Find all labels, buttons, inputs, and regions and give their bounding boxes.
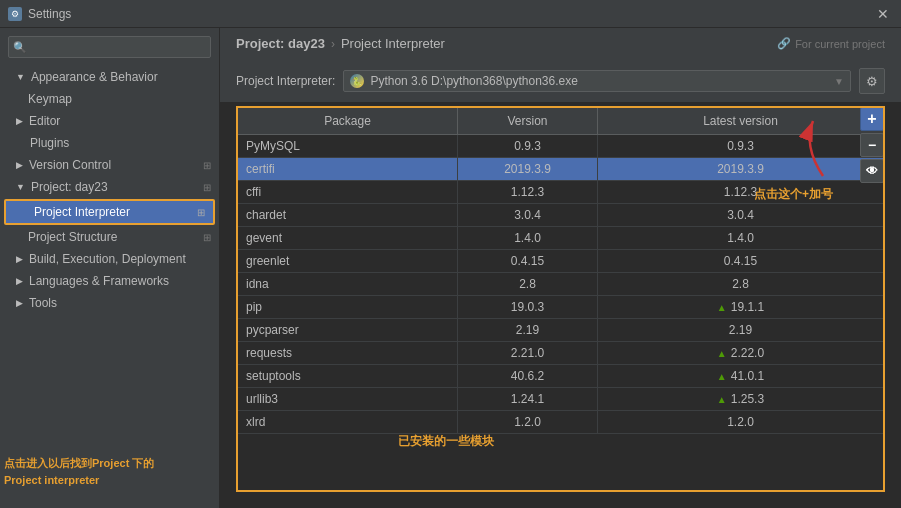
chevron-down-icon: ▼ — [16, 182, 25, 192]
sidebar-item-editor[interactable]: ▶ Editor — [0, 110, 219, 132]
table-row[interactable]: setuptools40.6.2▲ 41.0.1 — [238, 365, 883, 388]
package-version: 2019.3.9 — [458, 158, 598, 180]
package-version: 1.12.3 — [458, 181, 598, 203]
package-name: urllib3 — [238, 388, 458, 410]
vcs-icon: ⊞ — [203, 160, 211, 171]
package-name: setuptools — [238, 365, 458, 387]
package-version: 1.4.0 — [458, 227, 598, 249]
right-annotation-text: 点击这个+加号 — [754, 186, 833, 203]
interpreter-row: Project Interpreter: 🐍 Python 3.6 D:\pyt… — [220, 60, 901, 102]
package-name: chardet — [238, 204, 458, 226]
table-row[interactable]: pip19.0.3▲ 19.1.1 — [238, 296, 883, 319]
package-name: PyMySQL — [238, 135, 458, 157]
interpreter-dropdown[interactable]: 🐍 Python 3.6 D:\python368\python36.exe ▼ — [343, 70, 851, 92]
package-latest: 1.4.0 — [598, 227, 883, 249]
sidebar-item-languages[interactable]: ▶ Languages & Frameworks — [0, 270, 219, 292]
add-package-button[interactable]: + — [860, 107, 884, 131]
table-row[interactable]: greenlet0.4.150.4.15 — [238, 250, 883, 273]
package-latest: 2.19 — [598, 319, 883, 341]
package-name: idna — [238, 273, 458, 295]
breadcrumb-note: 🔗 For current project — [777, 37, 885, 50]
project-icon: ⊞ — [203, 182, 211, 193]
breadcrumb-current: Project Interpreter — [341, 36, 445, 51]
package-name: pycparser — [238, 319, 458, 341]
column-header-version: Version — [458, 108, 598, 134]
column-header-latest: Latest version — [598, 108, 883, 134]
structure-icon: ⊞ — [203, 232, 211, 243]
titlebar-title: Settings — [28, 7, 71, 21]
package-latest: ▲ 41.0.1 — [598, 365, 883, 387]
sidebar-item-build[interactable]: ▶ Build, Execution, Deployment — [0, 248, 219, 270]
package-latest: 0.4.15 — [598, 250, 883, 272]
upgrade-arrow-icon: ▲ — [717, 348, 727, 359]
package-name: requests — [238, 342, 458, 364]
link-icon: 🔗 — [777, 37, 791, 50]
interpreter-icon: ⊞ — [197, 207, 205, 218]
sidebar-item-project-structure[interactable]: Project Structure ⊞ — [0, 226, 219, 248]
upgrade-arrow-icon: ▲ — [717, 302, 727, 313]
sidebar-item-label: Plugins — [16, 136, 69, 150]
chevron-right-icon: ▶ — [16, 276, 23, 286]
sidebar-item-project-interpreter[interactable]: Project Interpreter ⊞ — [4, 199, 215, 225]
sidebar-item-label: Build, Execution, Deployment — [29, 252, 186, 266]
table-row[interactable]: gevent1.4.01.4.0 — [238, 227, 883, 250]
sidebar-item-keymap[interactable]: Keymap — [0, 88, 219, 110]
package-version: 2.8 — [458, 273, 598, 295]
interpreter-value: Python 3.6 D:\python368\python36.exe — [370, 74, 578, 88]
table-row[interactable]: chardet3.0.43.0.4 — [238, 204, 883, 227]
package-name: greenlet — [238, 250, 458, 272]
package-latest: ▲ 1.25.3 — [598, 388, 883, 410]
package-latest: ▲ 2.22.0 — [598, 342, 883, 364]
sidebar-item-label: Project Interpreter — [34, 205, 130, 219]
python-icon: 🐍 — [350, 74, 364, 88]
table-actions: + − 👁 — [860, 107, 884, 183]
remove-package-button[interactable]: − — [860, 133, 884, 157]
package-version: 2.21.0 — [458, 342, 598, 364]
sidebar-item-label: Project: day23 — [31, 180, 108, 194]
table-row[interactable]: urllib31.24.1▲ 1.25.3 — [238, 388, 883, 411]
table-row[interactable]: xlrd1.2.01.2.0 — [238, 411, 883, 434]
package-latest: 0.9.3 — [598, 135, 883, 157]
package-name: certifi — [238, 158, 458, 180]
breadcrumb-separator: › — [331, 37, 335, 51]
packages-table-area: Package Version Latest version PyMySQL0.… — [236, 106, 885, 492]
interpreter-label: Project Interpreter: — [236, 74, 335, 88]
sidebar-item-version-control[interactable]: ▶ Version Control ⊞ — [0, 154, 219, 176]
table-row[interactable]: requests2.21.0▲ 2.22.0 — [238, 342, 883, 365]
chevron-right-icon: ▶ — [16, 160, 23, 170]
package-latest: 1.2.0 — [598, 411, 883, 433]
installed-annotation: 已安装的一些模块 — [398, 433, 494, 450]
chevron-right-icon: ▶ — [16, 116, 23, 126]
package-name: xlrd — [238, 411, 458, 433]
search-box: 🔍 — [8, 36, 211, 58]
close-button[interactable]: ✕ — [873, 4, 893, 24]
titlebar-left: ⚙ Settings — [8, 7, 71, 21]
package-latest: 2.8 — [598, 273, 883, 295]
sidebar-item-appearance[interactable]: ▼ Appearance & Behavior — [0, 66, 219, 88]
interpreter-settings-button[interactable]: ⚙ — [859, 68, 885, 94]
chevron-down-icon: ▼ — [16, 72, 25, 82]
upgrade-arrow-icon: ▲ — [717, 371, 727, 382]
titlebar: ⚙ Settings ✕ — [0, 0, 901, 28]
package-latest: ▲ 19.1.1 — [598, 296, 883, 318]
sidebar-item-project-day23[interactable]: ▼ Project: day23 ⊞ — [0, 176, 219, 198]
settings-icon: ⚙ — [8, 7, 22, 21]
chevron-right-icon: ▶ — [16, 254, 23, 264]
sidebar-item-label: Tools — [29, 296, 57, 310]
package-name: cffi — [238, 181, 458, 203]
sidebar-item-label: Keymap — [28, 92, 72, 106]
show-packages-button[interactable]: 👁 — [860, 159, 884, 183]
sidebar-item-plugins[interactable]: Plugins — [0, 132, 219, 154]
right-annotation: 点击这个+加号 — [753, 116, 833, 203]
package-version: 19.0.3 — [458, 296, 598, 318]
search-input[interactable] — [8, 36, 211, 58]
table-row[interactable]: pycparser2.192.19 — [238, 319, 883, 342]
package-latest: 1.12.3 — [598, 181, 883, 203]
sidebar-item-label: Project Structure — [28, 230, 117, 244]
sidebar-item-tools[interactable]: ▶ Tools — [0, 292, 219, 314]
column-header-package: Package — [238, 108, 458, 134]
package-name: pip — [238, 296, 458, 318]
table-row[interactable]: idna2.82.8 — [238, 273, 883, 296]
search-icon: 🔍 — [13, 41, 27, 54]
package-latest: 2019.3.9 — [598, 158, 883, 180]
